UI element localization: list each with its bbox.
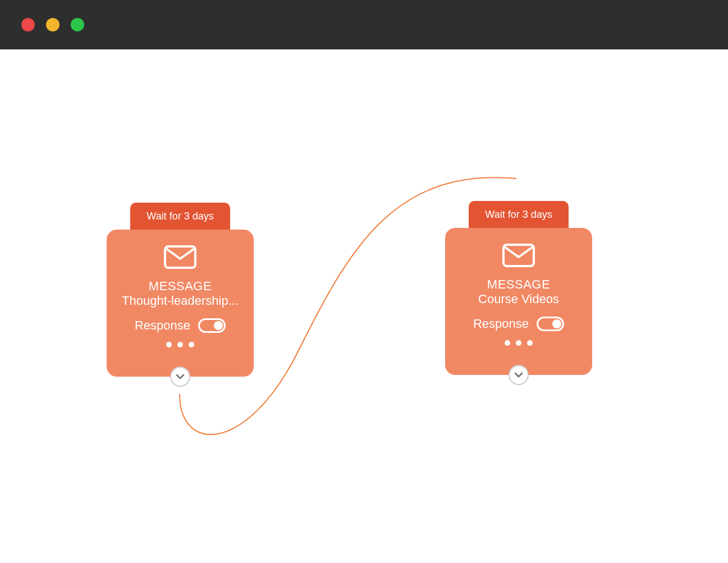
message-title: Course Videos [478, 292, 559, 306]
message-title: Thought-leadership... [122, 294, 239, 308]
toggle-knob [214, 321, 223, 330]
workflow-node[interactable]: Wait for 3 days MESSAGE Thought-leadersh… [107, 203, 254, 377]
response-label: Response [135, 318, 190, 333]
dot-icon [516, 340, 521, 346]
dot-icon [505, 340, 510, 346]
wait-tab[interactable]: Wait for 3 days [130, 203, 230, 230]
message-card[interactable]: MESSAGE Thought-leadership... Response [107, 230, 254, 377]
toggle-knob [552, 319, 561, 328]
workflow-canvas[interactable]: Wait for 3 days MESSAGE Thought-leadersh… [0, 49, 728, 563]
svg-rect-1 [503, 245, 534, 266]
expand-node-button[interactable] [509, 365, 529, 385]
response-label: Response [473, 317, 529, 331]
envelope-icon [502, 244, 535, 269]
wait-label: Wait for 3 days [146, 210, 213, 222]
workflow-node[interactable]: Wait for 3 days MESSAGE Course Videos Re… [445, 201, 592, 375]
dot-icon [189, 342, 194, 347]
message-type-label: MESSAGE [149, 279, 212, 294]
dot-icon [166, 342, 172, 347]
window-close-button[interactable] [21, 18, 35, 31]
dot-icon [527, 340, 533, 346]
chevron-down-icon [514, 372, 523, 378]
expand-node-button[interactable] [170, 367, 190, 387]
wait-label: Wait for 3 days [485, 209, 552, 221]
chevron-down-icon [176, 374, 185, 379]
svg-rect-0 [165, 246, 195, 268]
response-toggle[interactable] [537, 317, 564, 331]
dot-icon [177, 342, 183, 347]
envelope-icon [164, 245, 196, 271]
more-options-button[interactable] [166, 342, 194, 347]
response-toggle[interactable] [198, 318, 226, 333]
more-options-button[interactable] [505, 340, 533, 346]
response-row: Response [473, 317, 564, 331]
wait-tab[interactable]: Wait for 3 days [469, 201, 569, 228]
message-type-label: MESSAGE [487, 277, 550, 292]
window-zoom-button[interactable] [71, 18, 84, 31]
response-row: Response [135, 318, 226, 333]
window-title-bar [0, 0, 728, 49]
message-card[interactable]: MESSAGE Course Videos Response [445, 228, 592, 375]
window-minimize-button[interactable] [46, 18, 59, 31]
